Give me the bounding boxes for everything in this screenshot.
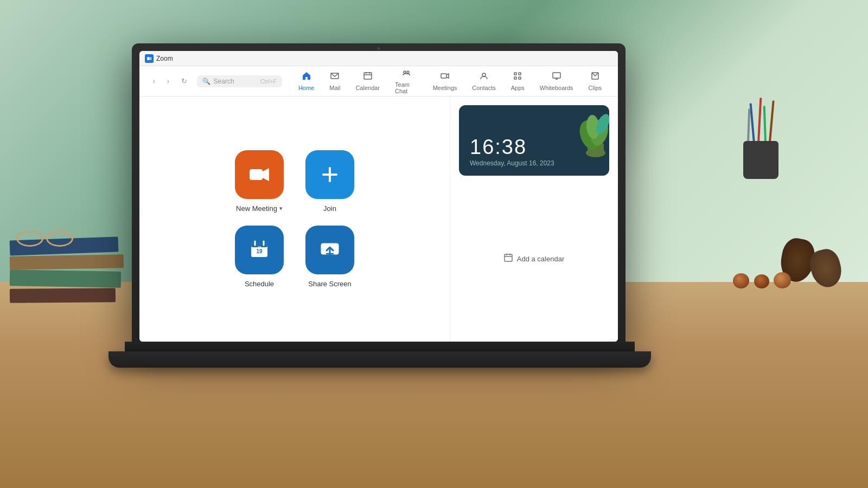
- tab-home[interactable]: Home: [291, 68, 322, 94]
- zoom-logo-icon: [145, 54, 154, 63]
- tab-apps[interactable]: Apps: [503, 68, 532, 94]
- tab-home-label: Home: [298, 85, 314, 91]
- calendar-section: Add a calendar: [459, 184, 609, 333]
- nav-arrows: ‹ ›: [148, 75, 174, 87]
- screen-bezel: Zoom ‹ › ↻ 🔍 Search Ctrl+F: [139, 51, 618, 342]
- share-screen-button[interactable]: [305, 226, 354, 274]
- laptop-body: Zoom ‹ › ↻ 🔍 Search Ctrl+F: [132, 43, 626, 347]
- zoom-window: Zoom ‹ › ↻ 🔍 Search Ctrl+F: [139, 51, 618, 342]
- tab-team-chat-label: Team Chat: [395, 81, 418, 94]
- share-screen-label: Share Screen: [308, 280, 352, 288]
- add-calendar-icon: [504, 253, 513, 264]
- new-meeting-item: New Meeting ▾: [235, 150, 284, 213]
- laptop-base: [108, 351, 651, 368]
- right-panel: 16:38 Wednesday, August 16, 2023: [450, 97, 618, 342]
- pinecone-decoration-2: [811, 249, 841, 287]
- whiteboards-icon: [552, 71, 561, 83]
- app-title: Zoom: [156, 55, 173, 62]
- tab-mail-label: Mail: [329, 85, 340, 91]
- new-meeting-text: New Meeting: [236, 204, 277, 213]
- tab-meetings-label: Meetings: [433, 85, 457, 91]
- title-bar: Zoom: [139, 51, 618, 66]
- new-meeting-arrow: ▾: [279, 205, 283, 212]
- chestnut-decoration: [732, 271, 792, 292]
- svg-point-10: [482, 73, 486, 76]
- nav-bar: ‹ › ↻ 🔍 Search Ctrl+F: [139, 66, 618, 97]
- plant-decoration: [560, 105, 609, 159]
- schedule-label: Schedule: [245, 280, 274, 288]
- clips-icon: [590, 71, 600, 83]
- tab-calendar[interactable]: Calendar: [348, 68, 387, 94]
- contacts-icon: [479, 71, 489, 83]
- calendar-icon: [363, 71, 373, 83]
- share-screen-item: Share Screen: [305, 226, 354, 288]
- add-calendar-label: Add a calendar: [517, 255, 564, 263]
- clock-date: Wednesday, August 16, 2023: [470, 159, 554, 167]
- search-icon: 🔍: [202, 78, 210, 85]
- nav-tabs: Home Mail: [291, 65, 609, 98]
- search-shortcut: Ctrl+F: [260, 78, 277, 85]
- search-box[interactable]: 🔍 Search Ctrl+F: [197, 75, 282, 87]
- nav-refresh-button[interactable]: ↻: [178, 75, 190, 87]
- mail-icon: [330, 71, 340, 83]
- tab-clips-label: Clips: [589, 85, 602, 91]
- new-meeting-button[interactable]: [235, 150, 284, 199]
- svg-point-7: [404, 71, 406, 73]
- webcam: [378, 47, 380, 50]
- svg-rect-19: [250, 169, 263, 180]
- join-item: Join: [305, 150, 354, 213]
- svg-marker-1: [150, 57, 151, 60]
- pen-holder: [743, 141, 781, 179]
- share-screen-text: Share Screen: [308, 280, 352, 288]
- meetings-icon: [440, 71, 450, 83]
- tab-meetings[interactable]: Meetings: [425, 68, 465, 94]
- join-text: Join: [323, 204, 336, 213]
- glasses-decoration: [16, 225, 87, 252]
- tab-clips[interactable]: Clips: [581, 68, 609, 94]
- tab-mail[interactable]: Mail: [322, 68, 348, 94]
- svg-text:19: 19: [256, 248, 263, 254]
- svg-rect-0: [147, 57, 150, 60]
- tab-whiteboards-label: Whiteboards: [540, 85, 573, 91]
- tab-whiteboards[interactable]: Whiteboards: [532, 68, 581, 94]
- apps-icon: [513, 71, 522, 83]
- search-label: Search: [214, 78, 234, 85]
- svg-rect-14: [519, 77, 521, 79]
- svg-rect-11: [514, 73, 516, 75]
- svg-rect-3: [364, 73, 372, 79]
- tab-contacts[interactable]: Contacts: [464, 68, 503, 94]
- svg-point-8: [407, 71, 409, 73]
- new-meeting-label: New Meeting ▾: [236, 204, 283, 213]
- schedule-button[interactable]: 19 19: [235, 226, 284, 274]
- tab-contacts-label: Contacts: [472, 85, 495, 91]
- svg-rect-9: [441, 74, 446, 78]
- zoom-logo: Zoom: [145, 54, 173, 63]
- join-label: Join: [323, 204, 336, 213]
- action-grid: New Meeting ▾: [235, 150, 354, 288]
- nav-forward-button[interactable]: ›: [162, 75, 174, 87]
- team-chat-icon: [401, 68, 411, 80]
- svg-rect-15: [553, 73, 560, 78]
- tab-apps-label: Apps: [511, 85, 525, 91]
- svg-rect-13: [514, 77, 516, 79]
- add-calendar-button[interactable]: Add a calendar: [495, 249, 573, 268]
- join-button[interactable]: [305, 150, 354, 199]
- schedule-text: Schedule: [245, 280, 274, 288]
- laptop-hinge: [125, 342, 635, 352]
- left-panel: New Meeting ▾: [139, 97, 450, 342]
- clock-time: 16:38: [470, 137, 527, 157]
- svg-marker-20: [263, 168, 269, 181]
- tab-team-chat[interactable]: Team Chat: [387, 65, 425, 98]
- schedule-item: 19 19 Schedule: [235, 226, 284, 288]
- tab-calendar-label: Calendar: [355, 85, 380, 91]
- main-content: New Meeting ▾: [139, 97, 618, 342]
- home-icon: [302, 71, 311, 83]
- svg-rect-12: [519, 73, 521, 75]
- clock-card: 16:38 Wednesday, August 16, 2023: [459, 105, 609, 176]
- svg-rect-39: [505, 254, 512, 261]
- nav-back-button[interactable]: ‹: [148, 75, 160, 87]
